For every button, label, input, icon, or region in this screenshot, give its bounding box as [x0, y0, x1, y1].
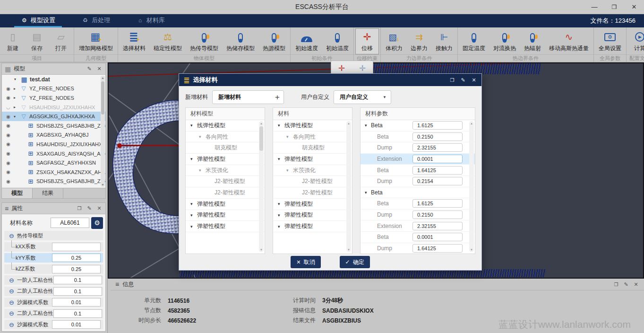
material-model-item[interactable]: ▾ 米茨强化	[186, 165, 265, 176]
eye-open-icon[interactable]	[5, 141, 12, 147]
tree-expand-arrow[interactable]: ▾	[278, 213, 284, 218]
tree-row[interactable]: SDHSBJZS_GHSABJHB_ZAHU	[2, 121, 105, 131]
panel-close-icon[interactable]	[96, 66, 103, 72]
close-button[interactable]	[624, 0, 644, 14]
toolbar-button[interactable]: 接触力	[432, 28, 456, 54]
param-value-input[interactable]: 2.32155	[412, 222, 463, 230]
pin-icon[interactable]	[623, 281, 629, 288]
menu-tab[interactable]: 后处理	[75, 14, 117, 27]
collapse-minus-icon[interactable]	[8, 321, 15, 328]
tree-row[interactable]: ▸ YZ_FREE_NODES	[2, 93, 105, 103]
tree-expand-arrow[interactable]: ▾	[14, 114, 18, 119]
material-item[interactable]: ▾ 弹塑性模型	[273, 154, 352, 165]
eye-open-icon[interactable]	[5, 123, 12, 128]
property-value-input[interactable]: 0.25	[52, 265, 101, 273]
param-row[interactable]: Dump 1.64125	[361, 243, 475, 254]
tree-scrollbar[interactable]: ▲ ▼	[101, 76, 105, 187]
scroll-up-icon[interactable]: ▲	[346, 122, 351, 125]
material-model-item[interactable]: ▾ 线弹性模型	[186, 120, 265, 131]
property-row[interactable]: 二阶人工粘合性 0.1	[4, 287, 103, 296]
collapse-minus-icon[interactable]	[8, 310, 15, 317]
material-name-input[interactable]: AL6061	[51, 218, 89, 228]
dialog-header[interactable]: 选择材料	[179, 74, 481, 86]
material-item[interactable]: J2-塑性模型	[273, 176, 352, 187]
property-row[interactable]: 沙漏模式系数 0.01	[4, 298, 103, 307]
pin-icon[interactable]	[86, 205, 93, 212]
displacement-axis-gray-icon[interactable]	[357, 62, 368, 74]
tree-expand-arrow[interactable]: ▸	[14, 105, 18, 109]
toolbar-button[interactable]: 热传导模型	[186, 28, 222, 54]
restore-icon[interactable]	[613, 281, 619, 288]
tree-expand-arrow[interactable]: ▸	[14, 96, 18, 100]
property-row[interactable]: 沙漏模式系数 0.01	[4, 320, 103, 329]
menu-tab[interactable]: 模型设置	[14, 14, 62, 27]
toolbar-button[interactable]: 边界力	[407, 28, 431, 54]
property-value-input[interactable]: 0.1	[53, 309, 102, 318]
property-value-input[interactable]: 0.25	[52, 254, 101, 262]
displacement-axis-red-icon[interactable]	[336, 62, 347, 74]
eye-open-icon[interactable]	[5, 169, 12, 175]
eye-open-icon[interactable]	[5, 160, 12, 166]
toolbar-button[interactable]: 选择材料	[119, 28, 149, 54]
maximize-button[interactable]	[604, 0, 624, 14]
tree-expand-arrow[interactable]: ▾	[199, 168, 206, 173]
tree-expand-arrow[interactable]: ▾	[190, 224, 197, 229]
tree-expand-arrow[interactable]: ▾	[286, 168, 293, 173]
scroll-up-icon[interactable]: ▲	[101, 76, 105, 79]
property-value-input[interactable]: 0.1	[53, 276, 102, 284]
list-scrollbar[interactable]: ▲ ▼	[469, 121, 474, 252]
property-row[interactable]: 一阶人工粘合性 0.1	[4, 275, 103, 285]
eye-open-icon[interactable]	[5, 132, 12, 138]
param-row[interactable]: Dump 0.2154	[361, 176, 475, 187]
tree-row[interactable]: SAGFASGZ_ASYHHXSN	[2, 158, 105, 167]
confirm-button[interactable]: 确定	[340, 256, 370, 268]
tree-expand-arrow[interactable]: ▾	[190, 157, 197, 161]
pin-icon[interactable]	[86, 66, 93, 72]
eye-open-icon[interactable]	[5, 86, 12, 91]
material-model-item[interactable]: ▾ 弹塑性模型	[186, 154, 265, 165]
tree-expand-arrow[interactable]: ▾	[365, 123, 371, 128]
param-row[interactable]: Extension 2.32155	[361, 220, 475, 232]
toolbar-button[interactable]: 热源模型	[259, 28, 289, 54]
param-row[interactable]: Dump 2.32155	[361, 142, 475, 154]
param-value-input[interactable]: 1.64125	[412, 244, 463, 253]
toolbar-button[interactable]: 体积力	[382, 28, 406, 54]
material-model-item[interactable]: ▾ 各向同性	[186, 131, 265, 143]
material-model-item[interactable]: ▾ 弹塑性模型	[186, 210, 265, 221]
scroll-up-icon[interactable]: ▲	[469, 122, 474, 125]
param-row[interactable]: ▾ Beta	[361, 187, 475, 199]
param-row[interactable]: Beta 1.6125	[361, 198, 475, 210]
menu-tab[interactable]: 材料库	[130, 14, 172, 27]
property-row[interactable]: 二阶人工粘合性 0.1	[4, 309, 103, 318]
param-value-input[interactable]: 2.32155	[412, 143, 463, 152]
toolbar-button[interactable]: 移动高斯热通量	[545, 28, 592, 54]
tree-row[interactable]: ▸ YZ_FREE_NODES	[2, 84, 105, 94]
tree-row[interactable]: XAGBSXG_AYHAQBJ	[2, 131, 105, 140]
scroll-down-icon[interactable]: ▼	[101, 183, 105, 186]
scroll-down-icon[interactable]: ▼	[469, 248, 474, 251]
panel-tab[interactable]: 结果	[33, 188, 63, 198]
material-item[interactable]: ▾ 米茨强化	[273, 165, 352, 176]
material-settings-button[interactable]	[91, 217, 103, 229]
tree-row[interactable]: ▾ AGSGKJKG_GJHXAJKHXA	[2, 112, 105, 121]
toolbar-button[interactable]: 热辐射	[520, 28, 545, 54]
material-item[interactable]: ▾ 线弹性模型	[273, 120, 352, 131]
param-value-input[interactable]: 0.0001	[412, 233, 463, 241]
material-item[interactable]: J2-塑性模型	[273, 187, 352, 199]
param-row[interactable]: Beta 0.2150	[361, 131, 475, 143]
property-value-input[interactable]: 0.01	[52, 320, 101, 329]
param-value-input[interactable]: 0.2150	[412, 132, 463, 141]
param-row[interactable]: Beta 0.0001	[361, 232, 475, 243]
list-scrollbar[interactable]: ▲ ▼	[346, 121, 351, 252]
tree-expand-arrow[interactable]: ▾	[14, 77, 18, 81]
param-row[interactable]: Extension 0.0001	[361, 154, 475, 165]
param-value-input[interactable]: 0.2150	[412, 210, 463, 219]
material-model-item[interactable]: 胡克模型	[186, 142, 265, 154]
scroll-down-icon[interactable]: ▼	[346, 248, 351, 251]
param-row[interactable]: Beta 1.64125	[361, 165, 475, 176]
tree-expand-arrow[interactable]: ▾	[190, 202, 197, 206]
material-model-item[interactable]: J2-塑性模型	[186, 176, 265, 187]
property-row[interactable]: kZZ系数 0.25	[4, 264, 103, 274]
eye-open-icon[interactable]	[5, 114, 12, 119]
material-item[interactable]: 胡克模型	[273, 142, 352, 154]
